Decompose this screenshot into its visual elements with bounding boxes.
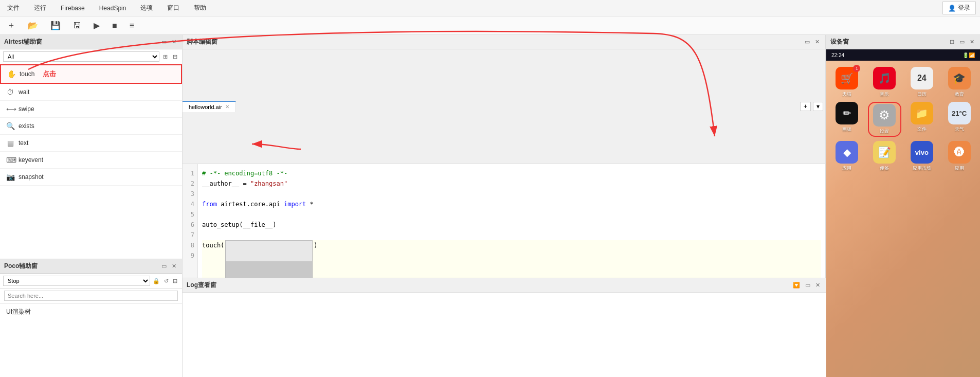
touch-label: touch bbox=[20, 70, 34, 78]
app-icon-weather[interactable]: 21°C 天气 bbox=[942, 102, 976, 137]
tianmao-icon: 🛒 1 bbox=[836, 67, 858, 89]
draw-icon: ✏ bbox=[836, 102, 858, 124]
keyevent-icon: ⌨ bbox=[6, 156, 14, 164]
device-expand-button[interactable]: ⊡ bbox=[948, 38, 956, 46]
files-icon: 📁 bbox=[911, 102, 933, 124]
airtest-filter-btn2[interactable]: ⊟ bbox=[171, 53, 179, 61]
app-icon-more[interactable]: 🅐 应用 bbox=[942, 141, 976, 172]
text-icon: ▤ bbox=[6, 139, 14, 147]
menu-window[interactable]: 窗口 bbox=[164, 2, 183, 14]
airtest-item-touch[interactable]: ✋ touch 点击 bbox=[0, 64, 182, 84]
airtest-panel-title: Airtest辅助窗 bbox=[4, 38, 42, 46]
phone-status-bar: 22:24 🔋📶 bbox=[826, 49, 980, 61]
exists-label: exists bbox=[19, 122, 34, 130]
airtest-item-wait[interactable]: ⏱ wait bbox=[0, 84, 182, 101]
airtest-item-swipe[interactable]: ⟷ swipe bbox=[0, 101, 182, 118]
poco-restore-button[interactable]: ▭ bbox=[160, 262, 168, 270]
editor-title: 脚本编辑窗 bbox=[187, 38, 217, 46]
airtest-restore-button[interactable]: ▭ bbox=[160, 38, 168, 46]
airtest-filter-bar: All ⊞ ⊟ bbox=[0, 49, 182, 64]
menu-firebase[interactable]: Firebase bbox=[58, 3, 88, 14]
app-icon-calendar[interactable]: 24 日历 bbox=[905, 67, 939, 98]
tab-name: helloworld.air bbox=[189, 104, 222, 110]
toolbar: ＋ 📂 💾 🖫 ▶ ■ ≡ bbox=[0, 16, 980, 35]
airtest-filter-btn1[interactable]: ⊞ bbox=[161, 53, 169, 61]
code-line-5 bbox=[202, 209, 821, 220]
text-label: text bbox=[19, 139, 28, 147]
app-icon-tianmao[interactable]: 🛒 1 天猫 bbox=[830, 67, 864, 98]
code-line-8: touch( ⚙ touch( ) ) bbox=[202, 240, 821, 278]
airtest-item-text[interactable]: ▤ text bbox=[0, 135, 182, 152]
weather-icon: 21°C bbox=[948, 102, 971, 124]
editor-tabs-bar: helloworld.air ✕ + ▾ bbox=[183, 49, 825, 164]
code-editor[interactable]: 12345 6789 # -*- encoding=utf8 -*- __aut… bbox=[183, 164, 825, 278]
stop-button[interactable]: ■ bbox=[109, 19, 120, 32]
airtest-close-button[interactable]: ✕ bbox=[170, 38, 178, 46]
airtest-filter-select[interactable]: All bbox=[3, 51, 159, 62]
new-button[interactable]: ＋ bbox=[4, 18, 19, 33]
app-icon-vivo[interactable]: vivo 应用市场 bbox=[905, 141, 939, 172]
editor-restore-button[interactable]: ▭ bbox=[803, 38, 811, 46]
log-restore-button[interactable]: ▭ bbox=[804, 281, 812, 289]
log-filter-button[interactable]: 🔽 bbox=[791, 281, 802, 289]
notes-label: 便签 bbox=[880, 165, 889, 172]
open-button[interactable]: 📂 bbox=[25, 19, 41, 32]
poco-search-input[interactable] bbox=[4, 291, 178, 301]
poco-refresh-btn[interactable]: ↺ bbox=[162, 277, 170, 285]
more-icon: 🅐 bbox=[948, 141, 971, 164]
center-panel: 脚本编辑窗 ▭ ✕ helloworld.air ✕ + ▾ 12345 bbox=[183, 35, 826, 377]
poco-lock-btn[interactable]: 🔒 bbox=[151, 277, 161, 285]
swipe-label: swipe bbox=[19, 105, 34, 113]
code-line-7 bbox=[202, 230, 821, 240]
code-line-4: from airtest.core.api import * bbox=[202, 199, 821, 209]
device-close-button[interactable]: ✕ bbox=[968, 38, 976, 46]
menu-help[interactable]: 帮助 bbox=[191, 2, 209, 14]
menu-headspin[interactable]: HeadSpin bbox=[96, 3, 130, 14]
code-line-6: auto_setup(__file__) bbox=[202, 220, 821, 230]
menu-file[interactable]: 文件 bbox=[4, 2, 23, 14]
touch-thumbnail: ⚙ bbox=[226, 261, 312, 278]
files-label: 文件 bbox=[917, 126, 927, 133]
menu-run[interactable]: 运行 bbox=[31, 2, 49, 14]
user-icon: 👤 bbox=[948, 5, 956, 12]
login-button[interactable]: 👤 登录 bbox=[942, 2, 976, 14]
editor-close-button[interactable]: ✕ bbox=[813, 38, 821, 46]
edu-label: 教育 bbox=[955, 91, 964, 98]
menu-options[interactable]: 选项 bbox=[137, 2, 156, 14]
poco-close-button[interactable]: ✕ bbox=[170, 262, 178, 270]
editor-tab-helloworld[interactable]: helloworld.air ✕ bbox=[183, 101, 236, 112]
app-icon-notes[interactable]: 📝 便签 bbox=[868, 141, 901, 172]
add-tab-button[interactable]: + bbox=[800, 102, 811, 111]
log-button[interactable]: ≡ bbox=[126, 19, 137, 32]
code-content[interactable]: # -*- encoding=utf8 -*- __author__ = "zh… bbox=[198, 164, 825, 278]
music-icon: 🎵 bbox=[873, 67, 896, 89]
appstore-label: 应用 bbox=[842, 165, 851, 172]
app-icon-edu[interactable]: 🎓 教育 bbox=[942, 67, 976, 98]
app-icon-appstore[interactable]: ◆ 应用 bbox=[830, 141, 864, 172]
poco-search-bar bbox=[0, 289, 182, 303]
log-close-button[interactable]: ✕ bbox=[814, 281, 822, 289]
log-panel-header: Log查看窗 🔽 ▭ ✕ bbox=[183, 278, 826, 293]
airtest-items-list: ✋ touch 点击 ⏱ wait ⟷ swipe 🔍 exists ▤ bbox=[0, 64, 182, 259]
app-icon-draw[interactable]: ✏ 画板 bbox=[830, 102, 864, 137]
tab-dropdown-button[interactable]: ▾ bbox=[813, 102, 823, 111]
airtest-panel: Airtest辅助窗 ▭ ✕ All ⊞ ⊟ ✋ touch 点击 bbox=[0, 35, 182, 259]
save-all-button[interactable]: 🖫 bbox=[70, 19, 84, 32]
app-icon-music[interactable]: 🎵 音乐 bbox=[868, 67, 901, 98]
log-content bbox=[183, 293, 826, 301]
airtest-item-snapshot[interactable]: 📷 snapshot bbox=[0, 169, 182, 186]
app-icon-settings[interactable]: ⚙ 设置 bbox=[868, 102, 901, 137]
tab-close-icon[interactable]: ✕ bbox=[225, 104, 229, 110]
run-button[interactable]: ▶ bbox=[90, 19, 103, 32]
tianmao-label: 天猫 bbox=[842, 91, 851, 98]
airtest-item-keyevent[interactable]: ⌨ keyevent bbox=[0, 152, 182, 169]
device-restore-button[interactable]: ▭ bbox=[958, 38, 966, 46]
click-annotation: 点击 bbox=[43, 69, 56, 79]
save-button[interactable]: 💾 bbox=[47, 19, 64, 32]
app-icon-files[interactable]: 📁 文件 bbox=[905, 102, 939, 137]
device-panel-title: 设备窗 bbox=[830, 38, 849, 46]
poco-stop-select[interactable]: Stop bbox=[3, 276, 150, 286]
poco-settings-btn[interactable]: ⊟ bbox=[171, 277, 179, 285]
device-screen[interactable]: 22:24 🔋📶 🛒 1 天猫 🎵 bbox=[826, 49, 980, 377]
airtest-item-exists[interactable]: 🔍 exists bbox=[0, 118, 182, 135]
